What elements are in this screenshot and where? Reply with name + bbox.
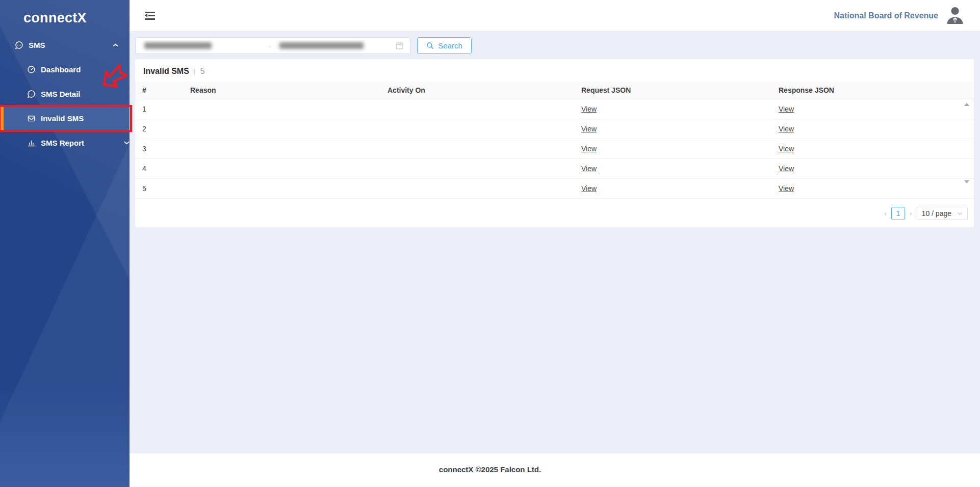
response-json-view-link[interactable]: View	[779, 105, 794, 113]
pagination-page-1[interactable]: 1	[891, 207, 905, 220]
row-index: 2	[135, 125, 185, 133]
request-json-view-link[interactable]: View	[581, 125, 597, 133]
search-button-label: Search	[438, 41, 462, 50]
sidebar-item-invalid-sms[interactable]: Invalid SMS	[0, 106, 130, 130]
card-title: Invalid SMS | 5	[135, 59, 974, 82]
request-json-view-link[interactable]: View	[581, 165, 597, 173]
request-json-view-link[interactable]: View	[581, 105, 597, 113]
scrollbar-up-arrow[interactable]	[964, 103, 969, 106]
sidebar-item-dashboard[interactable]: Dashboard	[0, 57, 130, 82]
column-header-response-json: Response JSON	[773, 86, 974, 94]
search-icon	[426, 42, 434, 49]
chevron-down-icon	[124, 141, 130, 145]
table-row: 5 View View	[135, 179, 974, 199]
calendar-icon	[395, 41, 404, 50]
sidebar-nav: SMS Dashboard	[0, 33, 130, 155]
org-name: National Board of Revenue	[834, 11, 938, 20]
end-date-redacted	[279, 42, 364, 49]
sidebar-item-label: Dashboard	[41, 65, 81, 74]
sidebar-item-label: SMS Detail	[41, 90, 81, 98]
search-button[interactable]: Search	[417, 37, 472, 54]
header-right: National Board of Revenue	[834, 6, 965, 26]
sidebar-item-sms-detail[interactable]: SMS Detail	[0, 82, 130, 106]
date-range-input[interactable]: →	[135, 37, 410, 54]
chevron-up-icon	[113, 43, 118, 47]
sidebar: connectX SMS	[0, 0, 130, 487]
response-json-view-link[interactable]: View	[779, 184, 794, 193]
column-header-request-json: Request JSON	[576, 86, 773, 94]
bar-chart-icon	[27, 139, 36, 147]
sidebar-item-label: SMS Report	[41, 139, 84, 147]
row-index: 1	[135, 105, 185, 113]
sidebar-item-sms-report[interactable]: SMS Report	[0, 130, 130, 155]
dashboard-gauge-icon	[27, 65, 36, 74]
pagination-prev-icon[interactable]: ‹	[884, 210, 887, 217]
app-logo: connectX	[0, 0, 130, 26]
page-size-select[interactable]: 10 / page	[917, 207, 968, 220]
sidebar-item-sms[interactable]: SMS	[0, 33, 130, 57]
invalid-sms-card: Invalid SMS | 5 # Reason Activity On Req…	[135, 59, 974, 227]
column-header-activity-on: Activity On	[382, 86, 576, 94]
table-row: 3 View View	[135, 139, 974, 159]
record-count: 5	[200, 67, 205, 76]
response-json-view-link[interactable]: View	[779, 165, 794, 173]
title-divider: |	[194, 67, 196, 75]
row-index: 5	[135, 184, 185, 193]
table-row: 2 View View	[135, 119, 974, 139]
table-row: 4 View View	[135, 159, 974, 179]
chat-bubble-icon	[27, 90, 36, 98]
sidebar-item-label: SMS	[29, 41, 45, 49]
response-json-view-link[interactable]: View	[779, 125, 794, 133]
start-date-redacted	[144, 42, 212, 49]
pagination-next-icon[interactable]: ›	[910, 210, 912, 217]
request-json-view-link[interactable]: View	[581, 184, 597, 193]
response-json-view-link[interactable]: View	[779, 145, 794, 153]
user-avatar[interactable]	[945, 6, 965, 26]
footer-text: connectX ©2025 Falcon Ltd.	[0, 465, 980, 474]
table-row: 1 View View	[135, 99, 974, 119]
page-size-value: 10 / page	[922, 209, 951, 218]
header: National Board of Revenue	[130, 0, 980, 32]
sidebar-item-label: Invalid SMS	[41, 114, 84, 123]
pagination: ‹ 1 › 10 / page	[884, 207, 968, 220]
page-title: Invalid SMS	[143, 67, 189, 76]
column-header-index: #	[135, 86, 185, 94]
column-header-reason: Reason	[185, 86, 382, 94]
request-json-view-link[interactable]: View	[581, 145, 597, 153]
menu-fold-icon[interactable]	[145, 12, 155, 20]
mail-icon	[27, 114, 36, 123]
search-toolbar: → Search	[135, 37, 472, 54]
page: connectX SMS	[0, 0, 980, 487]
chat-bubble-icon	[15, 41, 23, 49]
row-index: 4	[135, 165, 185, 173]
range-arrow-icon: →	[266, 42, 272, 49]
chevron-down-icon	[957, 212, 963, 215]
scrollbar-down-arrow[interactable]	[964, 180, 969, 183]
table-header-row: # Reason Activity On Request JSON Respon…	[135, 82, 974, 99]
row-index: 3	[135, 145, 185, 153]
